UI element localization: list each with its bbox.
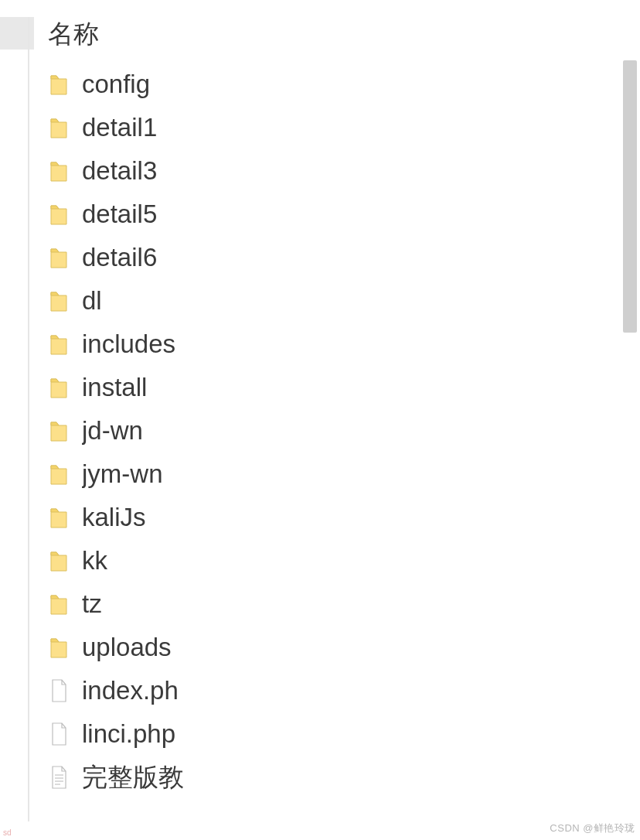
folder-icon [46, 329, 71, 360]
folder-icon [46, 285, 71, 316]
file-icon [46, 675, 71, 706]
folder-icon [46, 199, 71, 230]
item-label: index.ph [82, 676, 179, 705]
file-item-index.ph[interactable]: index.ph [46, 669, 640, 712]
item-label: detail6 [82, 243, 157, 272]
folder-item-uploads[interactable]: uploads [46, 626, 640, 669]
item-label: detail1 [82, 113, 157, 142]
item-label: dl [82, 286, 102, 316]
folder-icon [46, 589, 71, 620]
left-gutter [0, 0, 28, 840]
item-label: jym-wn [82, 459, 163, 489]
item-label: detail3 [82, 156, 157, 186]
item-label: linci.php [82, 719, 175, 749]
watermark-right: CSDN @鲜艳玲珑 [550, 821, 635, 835]
item-label: includes [82, 330, 175, 359]
folder-item-detail5[interactable]: detail5 [46, 193, 640, 236]
file-list: config detail1 detail3 detail5 detail6 d… [46, 63, 640, 799]
folder-icon [46, 112, 71, 143]
folder-item-includes[interactable]: includes [46, 323, 640, 366]
item-label: kk [82, 546, 107, 575]
folder-item-kaliJs[interactable]: kaliJs [46, 496, 640, 539]
folder-item-install[interactable]: install [46, 366, 640, 409]
item-label: 完整版教 [82, 760, 184, 795]
item-label: detail5 [82, 200, 157, 229]
item-label: tz [82, 589, 102, 619]
folder-item-jym-wn[interactable]: jym-wn [46, 452, 640, 496]
item-label: jd-wn [82, 416, 143, 446]
folder-icon [46, 155, 71, 186]
folder-item-dl[interactable]: dl [46, 279, 640, 323]
folder-icon [46, 242, 71, 273]
folder-icon [46, 69, 71, 100]
item-label: kaliJs [82, 503, 146, 532]
column-header-name[interactable]: 名称 [46, 17, 640, 58]
folder-item-detail6[interactable]: detail6 [46, 236, 640, 279]
file-item-linci.php[interactable]: linci.php [46, 712, 640, 756]
folder-item-detail1[interactable]: detail1 [46, 106, 640, 149]
file-item-完整版教[interactable]: 完整版教 [46, 756, 640, 799]
scrollbar-thumb[interactable] [623, 60, 637, 333]
folder-item-config[interactable]: config [46, 63, 640, 106]
file-icon [46, 719, 71, 750]
folder-item-kk[interactable]: kk [46, 539, 640, 582]
content-area: 名称 config detail1 detail3 detail5 detail… [29, 0, 640, 840]
item-label: uploads [82, 633, 172, 662]
text-file-icon [46, 762, 71, 793]
file-explorer-panel: 名称 config detail1 detail3 detail5 detail… [0, 0, 640, 840]
folder-item-detail3[interactable]: detail3 [46, 149, 640, 193]
item-label: config [82, 70, 150, 99]
folder-icon [46, 372, 71, 403]
folder-item-tz[interactable]: tz [46, 582, 640, 626]
folder-icon [46, 415, 71, 446]
folder-icon [46, 632, 71, 663]
folder-item-jd-wn[interactable]: jd-wn [46, 409, 640, 452]
folder-icon [46, 545, 71, 576]
item-label: install [82, 373, 147, 402]
folder-icon [46, 502, 71, 533]
folder-icon [46, 459, 71, 490]
watermark-left: sd [3, 828, 12, 837]
